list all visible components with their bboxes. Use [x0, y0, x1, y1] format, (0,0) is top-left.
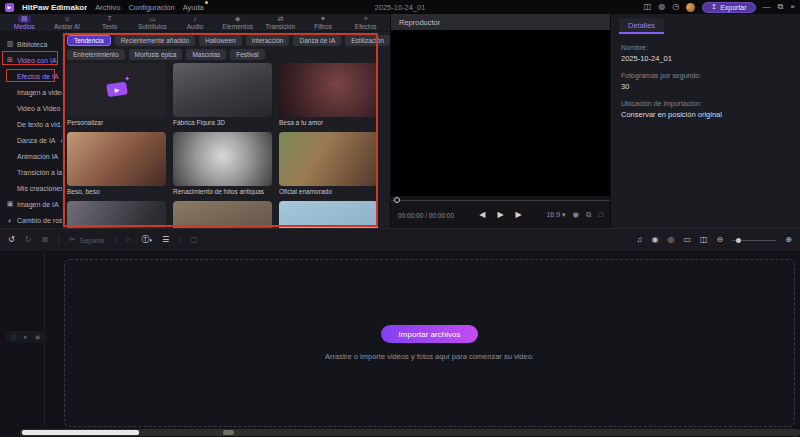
zoom-out-icon[interactable]: ⊖	[717, 236, 724, 244]
effect-card-besa-a-tu-amor[interactable]: Besa a tu amor	[279, 63, 378, 126]
keyframe-icon[interactable]: ◉	[652, 236, 659, 244]
import-files-button[interactable]: Importar archivos	[381, 325, 479, 343]
chip-recientemente-anadido[interactable]: Recientemente añadido	[115, 35, 196, 46]
sidebar: ▥ Biblioteca ⊞ Video con IA Efectos de I…	[0, 32, 62, 228]
sidebar-item-de-texto-a-video[interactable]: De texto a vid...	[0, 116, 62, 132]
tab-medios[interactable]: ▤ Medios	[4, 14, 45, 32]
chip-morfosis-epica[interactable]: Morfosis épica	[129, 49, 183, 60]
chip-halloween[interactable]: Halloween	[199, 35, 241, 46]
player-controls: 00:00:00 / 00:00:00 ◀ ▶ ▶ 16:9 ▾ ◉ ⧉ □	[391, 204, 610, 226]
details-panel: Detalles Nombre: 2025-10-24_01 Fotograma…	[611, 14, 800, 228]
sidebar-item-cambio-de-rostro[interactable]: ◐ Cambio de rostro	[0, 212, 62, 228]
sidebar-label: Video con IA	[17, 57, 57, 64]
name-value: 2025-10-24_01	[621, 54, 790, 63]
close-button[interactable]: ×	[790, 3, 795, 11]
tab-elementos[interactable]: ◈ Elementos	[217, 14, 258, 32]
detach-window-icon[interactable]: ⧉	[586, 211, 591, 219]
tab-texto[interactable]: T Texto	[89, 14, 130, 32]
undo-icon[interactable]: ↺	[8, 236, 15, 244]
seek-bar[interactable]	[391, 196, 610, 204]
speed-icon[interactable]: ▭	[683, 236, 691, 244]
bell-icon[interactable]: ♫	[637, 236, 643, 244]
delete-icon[interactable]: ⊠	[41, 236, 48, 244]
scrollbar-thumb[interactable]	[22, 430, 139, 435]
track-manager-icon[interactable]: ☰	[162, 236, 169, 244]
sidebar-item-animacion-ia[interactable]: Animación IA	[0, 148, 62, 164]
titlebar-actions: ◫ ◍ ◷ ↥ Exportar — ⧉ ×	[644, 2, 795, 13]
chip-danza-de-ia[interactable]: Danza de IA	[293, 35, 341, 46]
chip-tendencia[interactable]: Tendencia	[67, 35, 111, 46]
sidebar-item-imagen-a-video[interactable]: Imagen a video	[0, 84, 62, 100]
effect-card-personalizar[interactable]: ▶ ✦ Personalizar	[67, 63, 166, 126]
tab-avatar-ai[interactable]: ☺ Avatar AI	[47, 14, 88, 32]
tab-detalles[interactable]: Detalles	[619, 18, 664, 34]
next-frame-button[interactable]: ▶	[516, 211, 522, 219]
split-label[interactable]: Separar	[80, 237, 105, 244]
effect-card-row3-1[interactable]	[67, 201, 166, 228]
redo-icon[interactable]: ↻	[25, 236, 32, 244]
sidebar-label: Animación IA	[17, 153, 58, 160]
chip-mascotas[interactable]: Mascotas	[186, 49, 226, 60]
aspect-ratio-select[interactable]: 16:9 ▾	[546, 211, 565, 219]
sparkle-icon: ✦	[124, 75, 130, 83]
tab-filtros[interactable]: ✦ Filtros	[303, 14, 344, 32]
chip-entretenimiento[interactable]: Entretenimiento	[67, 49, 125, 60]
track-controls: ▯ ● ◉	[5, 331, 47, 343]
crop-icon[interactable]: ▢	[190, 236, 198, 244]
previous-frame-button[interactable]: ◀	[479, 211, 485, 219]
hide-track-icon[interactable]: ◉	[35, 334, 40, 340]
effect-card-oficial-enamorado[interactable]: Oficial enamorado	[279, 132, 378, 195]
media-drop-zone[interactable]: Importar archivos Arrastre o importe vid…	[64, 259, 795, 427]
opacity-icon[interactable]: ◎	[667, 236, 674, 244]
feedback-icon[interactable]: ◍	[658, 3, 665, 11]
effect-card-fabrica-figura-3d[interactable]: Fábrica Figura 3D	[173, 63, 272, 126]
effect-card-row3-2[interactable]	[173, 201, 272, 228]
menu-archivo[interactable]: Archivo	[95, 3, 120, 12]
sidebar-item-efectos-de-ia[interactable]: Efectos de IA	[0, 68, 62, 84]
horizontal-scrollbar[interactable]	[20, 429, 800, 436]
split-icon[interactable]: ✂	[69, 236, 76, 244]
magnet-icon[interactable]: ∩	[126, 236, 132, 244]
app-window: ▶ HitPaw Edimakor Archivo Configuración …	[0, 0, 800, 437]
layout-icon[interactable]: ◫	[644, 3, 652, 11]
zoom-in-icon[interactable]: ⊕	[785, 236, 792, 244]
effect-card-renacimiento-fotos[interactable]: Renacimiento de fotos antiguas	[173, 132, 272, 195]
sidebar-item-danza-de-ia[interactable]: Danza de IA ▲	[0, 132, 62, 148]
tab-audio[interactable]: ♪ Audio	[175, 14, 216, 32]
play-button[interactable]: ▶	[497, 211, 503, 219]
chip-interaccion[interactable]: Interacción	[246, 35, 290, 46]
tab-efectos[interactable]: ✧ Efectos	[345, 14, 386, 32]
user-avatar[interactable]	[686, 3, 695, 12]
snapshot-icon[interactable]: ◉	[573, 211, 580, 219]
zoom-slider-knob[interactable]	[736, 238, 741, 243]
fullscreen-icon[interactable]: □	[598, 211, 603, 219]
sidebar-item-video-con-ia[interactable]: ⊞ Video con IA	[0, 52, 62, 68]
effect-title: Beso, beso	[67, 188, 166, 195]
sidebar-item-biblioteca[interactable]: ▥ Biblioteca	[0, 36, 62, 52]
timeline-zoom-slider[interactable]	[732, 240, 776, 241]
minimize-button[interactable]: —	[763, 3, 771, 11]
sidebar-item-video-a-video[interactable]: Video a Video	[0, 100, 62, 116]
playhead-handle[interactable]	[394, 197, 400, 203]
view-mode-icon[interactable]: ◫	[700, 236, 708, 244]
effect-thumbnail	[173, 132, 272, 186]
sidebar-item-transicion-a-la[interactable]: Transición a la...	[0, 164, 62, 180]
video-preview[interactable]	[391, 30, 610, 196]
chip-festival[interactable]: Festival	[230, 49, 264, 60]
history-icon[interactable]: ◷	[672, 3, 679, 11]
tab-transicion[interactable]: ⇄ Transición	[260, 14, 301, 32]
sidebar-item-imagen-de-ia[interactable]: ▣ Imagen de IA	[0, 196, 62, 212]
sidebar-item-mis-creaciones[interactable]: Mis creaciones	[0, 180, 62, 196]
lock-track-icon[interactable]: ▯	[12, 334, 15, 340]
chip-estilizacion[interactable]: Estilización	[345, 35, 390, 46]
export-button[interactable]: ↥ Exportar	[702, 2, 755, 13]
restore-button[interactable]: ⧉	[778, 3, 784, 11]
export-arrow-icon: ↥	[711, 3, 717, 11]
tab-subtitulos[interactable]: ▭ Subtítulos	[132, 14, 173, 32]
menu-configuracion[interactable]: Configuración	[128, 3, 174, 12]
voiceover-text-icon[interactable]: Ⓣ▾	[141, 236, 152, 244]
menu-ayuda[interactable]: Ayuda	[183, 3, 204, 12]
mute-track-icon[interactable]: ●	[23, 334, 27, 340]
effect-card-beso-beso[interactable]: Beso, beso	[67, 132, 166, 195]
effect-card-row3-3[interactable]	[279, 201, 378, 228]
